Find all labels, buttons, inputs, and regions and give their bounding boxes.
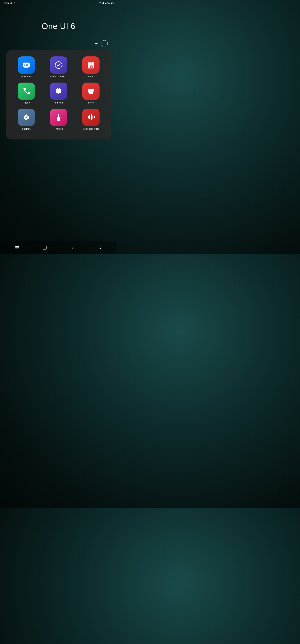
modes-label: Modes and Ro... (50, 75, 67, 78)
phone-label: Phone (23, 101, 30, 104)
add-button[interactable]: + (94, 41, 98, 46)
svg-rect-32 (91, 114, 92, 120)
modes-icon (50, 56, 67, 74)
svg-rect-38 (43, 246, 46, 250)
svg-point-9 (26, 64, 27, 66)
svg-point-8 (24, 64, 25, 66)
svg-rect-0 (102, 3, 102, 4)
svg-rect-33 (92, 116, 93, 119)
svg-point-26 (25, 116, 27, 118)
app-item-reminder[interactable]: Reminder (43, 82, 74, 104)
dnd-icon: ⊖ (14, 2, 15, 4)
store-label: Store (88, 101, 94, 104)
app-item-notes[interactable]: Notes (75, 56, 106, 78)
messages-label: Messages (21, 75, 31, 78)
app-item-messages[interactable]: Messages (11, 56, 42, 78)
svg-point-20 (92, 66, 92, 67)
app-item-voice[interactable]: Voice Recorder (75, 109, 106, 130)
svg-point-18 (90, 65, 93, 68)
messages-icon (18, 56, 35, 74)
svg-rect-24 (88, 89, 94, 90)
nav-recents-button[interactable] (12, 243, 22, 252)
svg-rect-29 (58, 114, 59, 117)
nav-bar (0, 242, 117, 254)
wifi-icon (98, 2, 101, 4)
svg-rect-17 (89, 65, 92, 65)
signal-icon (102, 2, 104, 4)
svg-point-19 (91, 66, 92, 67)
app-item-phone[interactable]: Phone (11, 82, 42, 104)
svg-marker-13 (61, 65, 63, 66)
app-item-store[interactable]: Store (75, 82, 106, 104)
svg-line-42 (99, 248, 100, 249)
svg-rect-34 (94, 116, 95, 118)
nav-accessibility-button[interactable] (95, 243, 105, 252)
voice-icon (82, 109, 99, 126)
circle-button[interactable] (101, 40, 108, 47)
main-title: One UI 6 (0, 22, 117, 31)
themes-label: Themes (54, 128, 63, 130)
svg-rect-2 (103, 2, 104, 4)
reminder-label: Reminder (53, 101, 64, 104)
top-controls: + (0, 31, 117, 50)
svg-rect-3 (104, 2, 104, 4)
svg-rect-16 (89, 64, 92, 64)
svg-rect-5 (114, 3, 114, 4)
phone-icon (18, 82, 35, 100)
svg-point-10 (27, 64, 28, 66)
svg-marker-12 (54, 64, 56, 65)
notes-icon (82, 56, 99, 74)
app-grid: Messages Modes and Ro... (11, 56, 106, 130)
svg-point-23 (58, 94, 59, 94)
settings-icon (18, 109, 35, 126)
app-item-modes[interactable]: Modes and Ro... (43, 56, 74, 78)
svg-rect-6 (111, 3, 112, 4)
store-icon (82, 82, 99, 100)
svg-line-43 (100, 248, 101, 249)
app-item-themes[interactable]: Themes (43, 109, 74, 130)
status-bar: 15:53 🔔 ⊖ 47% (0, 0, 117, 6)
nav-back-button[interactable] (68, 243, 77, 252)
svg-rect-30 (88, 116, 89, 118)
svg-rect-31 (89, 115, 90, 120)
app-folder: Messages Modes and Ro... (6, 50, 111, 140)
notification-icon: 🔔 (10, 2, 12, 4)
svg-rect-1 (102, 3, 103, 4)
time-display: 15:53 (3, 2, 9, 4)
app-item-settings[interactable]: Settings (11, 109, 42, 130)
settings-label: Settings (22, 128, 30, 130)
reminder-icon (50, 82, 67, 100)
themes-icon (50, 109, 67, 126)
nav-home-button[interactable] (40, 243, 49, 252)
voice-label: Voice Recorder (83, 128, 99, 130)
notes-label: Notes (88, 75, 94, 78)
svg-point-22 (58, 88, 59, 88)
battery-display: 47% (105, 2, 114, 4)
svg-point-39 (100, 246, 101, 246)
status-left: 15:53 🔔 ⊖ (3, 2, 15, 4)
status-right: 47% (98, 2, 114, 4)
svg-rect-15 (89, 62, 93, 63)
